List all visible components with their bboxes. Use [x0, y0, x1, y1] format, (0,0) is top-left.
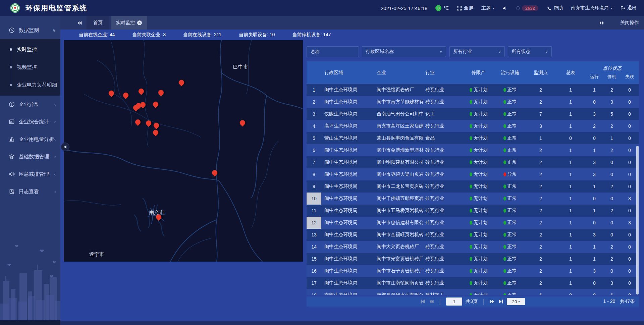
table-scrollbar[interactable]: [636, 84, 639, 295]
row-number: 1: [307, 84, 321, 96]
table-row[interactable]: 12阆中生态环境局阆中市忠信建材有限公砖瓦行业无计划正常21003: [307, 217, 639, 229]
region-select[interactable]: 行政区域名称∨: [362, 46, 446, 57]
table-row[interactable]: 7阆中生态环境局阆中明阳建材有限公司砖瓦行业无计划正常21300: [307, 156, 639, 168]
row-number: 6: [307, 144, 321, 156]
table-row[interactable]: 11阆中生态环境局阆中市五马桥页岩机砖砖瓦行业无计划正常21120: [307, 205, 639, 217]
stat-label: 当前在线设备:: [183, 32, 214, 37]
cell-limit-status: 无计划: [463, 111, 494, 117]
sidebar-item-log-view[interactable]: 日志查看‹: [0, 183, 60, 200]
table-row[interactable]: 8阆中生态环境局阆中市枣碧大梁山页岩砖瓦行业无计划异常21300: [307, 168, 639, 180]
temperature-unit: ℃: [443, 5, 449, 11]
sidebar-item-power-analysis[interactable]: 企业用电量分析‹: [0, 130, 60, 148]
scrollbar-thumb[interactable]: [636, 146, 639, 294]
sidebar-item-enterprise-statistics[interactable]: 企业综合统计‹: [0, 113, 60, 130]
cell-company: 南部县双华水泥有限公: [374, 292, 423, 295]
cell-limit-status: 无计划: [463, 280, 494, 286]
sidebar-item-base-data[interactable]: 基础数据管理‹: [0, 148, 60, 165]
table-row[interactable]: 17阆中生态环境局阆中市江南镇阆南页岩砖瓦行业无计划正常21030: [307, 277, 639, 289]
status-dot-icon: [470, 257, 472, 261]
table-row[interactable]: 15阆中生态环境局阆中市光富页岩机砖厂砖瓦行业无计划正常21120: [307, 253, 639, 265]
sidebar-item-emergency-reduction[interactable]: 应急减排管理‹: [0, 165, 60, 183]
table-row[interactable]: 18南部生态环境局南部县双华水泥有限公建材加工无计划正常60060: [307, 289, 639, 295]
cell-lost-count: 0: [621, 232, 639, 237]
table-row[interactable]: 5营山生态环境局营山县润丰肉食品有限食品无计划正常10010: [307, 132, 639, 144]
cell-run-count: 3: [586, 232, 603, 237]
cell-company: 阆中市二龙长宝页岩砖: [374, 183, 423, 189]
limit-text: 无计划: [474, 159, 488, 165]
map-collapse-button[interactable]: [61, 143, 69, 151]
cell-region: 阆中生态环境局: [321, 183, 374, 189]
chevron-left-icon: ‹: [54, 189, 56, 194]
cell-region: 阆中生态环境局: [321, 159, 374, 165]
speaker-icon: [502, 6, 507, 11]
total-records-label: 共47条: [620, 299, 635, 305]
cell-stop-count: 0: [603, 196, 621, 201]
main-content: 当前在线企业: 44当前失联企业: 3当前在线设备: 211当前失联设备: 10…: [60, 30, 644, 325]
limit-text: 无计划: [474, 208, 488, 214]
cell-industry: 砖瓦行业: [423, 268, 463, 274]
limit-text: 无计划: [474, 196, 488, 202]
temperature-value: 0: [435, 5, 441, 11]
cell-lost-count: 3: [621, 196, 639, 201]
page-size-select[interactable]: 20▾: [507, 298, 525, 305]
table-row[interactable]: 9阆中生态环境局阆中市二龙长宝页岩砖砖瓦行业无计划正常21120: [307, 180, 639, 193]
cell-stop-count: 3: [603, 280, 621, 286]
tabs-scroll-right-icon[interactable]: [597, 21, 607, 25]
sidebar-item-data-monitoring[interactable]: 数据监测∨: [0, 21, 60, 39]
tab-realtime-monitoring[interactable]: 实时监控 ×: [111, 16, 147, 30]
table-row[interactable]: 13阆中生态环境局阆中市金福旺页岩机砖砖瓦行业无计划正常21300: [307, 229, 639, 241]
name-search-input[interactable]: [307, 46, 359, 57]
cell-stop-count: 2: [603, 123, 621, 129]
prev-page-button[interactable]: [429, 299, 434, 304]
limit-text: 无计划: [474, 111, 488, 117]
cell-region: 阆中生态环境局: [321, 280, 374, 286]
first-page-button[interactable]: [420, 299, 426, 304]
page-number-input[interactable]: [446, 297, 462, 306]
sidebar-subitem-video-monitoring[interactable]: 视频监控: [0, 58, 60, 76]
chevron-left-icon: ‹: [54, 102, 56, 107]
cell-region: 阆中生态环境局: [321, 244, 374, 250]
table-row[interactable]: 10阆中生态环境局阆中千佛镇五郎垭页岩砖瓦行业无计划正常21003: [307, 193, 639, 205]
cell-company: 阆中千佛镇五郎垭页岩: [374, 196, 423, 202]
bullet-icon: [10, 84, 12, 86]
sidebar-item-enterprise-abnormal[interactable]: 企业异常‹: [0, 96, 60, 113]
chevron-left-icon: ‹: [54, 137, 56, 142]
help-button[interactable]: 帮助: [546, 5, 563, 11]
horn-icon: [9, 171, 15, 177]
next-page-button[interactable]: [489, 299, 495, 304]
city-skyline-watermark: [0, 241, 60, 325]
fullscreen-button[interactable]: 全屏: [457, 5, 473, 11]
notifications-button[interactable]: 2632: [516, 5, 538, 11]
row-number: 5: [307, 132, 321, 144]
limit-text: 无计划: [474, 280, 488, 286]
limit-text: 无计划: [474, 99, 488, 105]
org-dropdown[interactable]: 南充市生态环境局▾: [571, 5, 612, 11]
table-row[interactable]: 4高坪生态环境局南充市高坪区王家店建砖瓦行业无计划正常31220: [307, 120, 639, 132]
phone-icon: [546, 6, 551, 11]
table-row[interactable]: 6阆中生态环境局阆中市金博瑞新型墙材砖瓦行业无计划正常21120: [307, 144, 639, 156]
status-select[interactable]: 所有状态∨: [508, 46, 552, 57]
industry-select[interactable]: 所有行业∨: [449, 46, 505, 57]
cell-industry: 建材加工: [423, 292, 463, 295]
theme-dropdown[interactable]: 主题▾: [481, 5, 494, 11]
last-page-button[interactable]: [498, 299, 503, 304]
stat-item: 当前失联设备: 10: [239, 32, 275, 38]
map[interactable]: 巴中市南充市遂宁市: [64, 40, 303, 262]
table-row[interactable]: 2阆中生态环境局阆中市南方节能建材有砖瓦行业无计划正常21030: [307, 96, 639, 108]
close-operations-button[interactable]: 关闭操作: [620, 20, 639, 26]
limit-text: 无计划: [474, 256, 488, 262]
table-row[interactable]: 3仪陇生态环境局西南油气田分公司川中化工无计划正常71350: [307, 108, 639, 120]
col-region: 行政区域: [321, 70, 374, 76]
tabs-scroll-left-icon[interactable]: [74, 16, 85, 30]
close-tab-icon[interactable]: ×: [137, 20, 142, 25]
logout-button[interactable]: 退出: [620, 5, 637, 11]
table-row[interactable]: 1阆中生态环境局阆中强锐页岩砖厂砖瓦行业无计划正常21120: [307, 84, 639, 96]
tab-home[interactable]: 首页: [87, 16, 109, 30]
sound-toggle-button[interactable]: [502, 6, 507, 11]
cell-industry: 砖瓦行业: [423, 280, 463, 286]
table-row[interactable]: 14阆中生态环境局阆中大兴页岩机砖厂砖瓦行业无计划正常21120: [307, 241, 639, 253]
status-dot-icon: [470, 293, 472, 295]
table-row[interactable]: 16阆中生态环境局阆中市石子页岩机砖厂砖瓦行业无计划正常21300: [307, 265, 639, 277]
sidebar-subitem-power-load-detail[interactable]: 企业电力负荷明细: [0, 76, 60, 94]
sidebar-subitem-realtime-monitoring[interactable]: 实时监控: [0, 41, 60, 58]
